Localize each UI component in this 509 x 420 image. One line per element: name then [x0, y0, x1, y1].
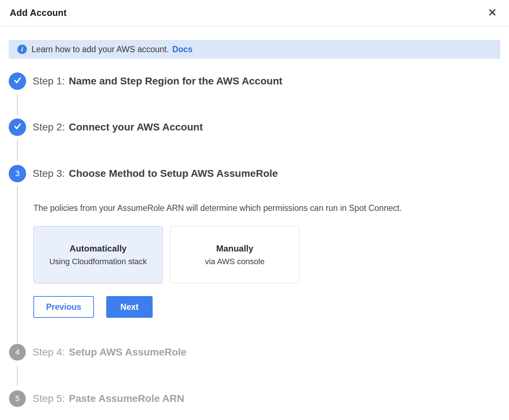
- step-4-number: 4: [15, 348, 20, 357]
- method-options: Automatically Using Cloudformation stack…: [33, 226, 500, 283]
- step-3-body: The policies from your AssumeRole ARN wi…: [9, 187, 500, 344]
- docs-link[interactable]: Docs: [172, 45, 193, 54]
- step-row-1: Step 1:Name and Step Region for the AWS …: [9, 72, 500, 90]
- previous-button[interactable]: Previous: [33, 296, 94, 318]
- step-5-circle: 5: [9, 390, 26, 407]
- check-icon: [13, 121, 22, 133]
- connector-4-5: [17, 365, 18, 386]
- next-button[interactable]: Next: [106, 296, 153, 318]
- close-icon: [487, 7, 498, 19]
- step-3-heading: Step 3:Choose Method to Setup AWS Assume…: [33, 168, 278, 179]
- option-automatically-subtitle: Using Cloudformation stack: [49, 257, 147, 266]
- option-manually-title: Manually: [216, 244, 253, 254]
- modal-header: Add Account: [0, 0, 509, 26]
- close-button[interactable]: [487, 7, 498, 19]
- info-icon: i: [17, 45, 27, 54]
- step-4-title: Setup AWS AssumeRole: [69, 346, 187, 358]
- step-1-heading: Step 1:Name and Step Region for the AWS …: [33, 75, 282, 87]
- step-2-label: Step 2:: [33, 121, 65, 133]
- step-5-title: Paste AssumeRole ARN: [69, 393, 184, 404]
- step-1-title: Name and Step Region for the AWS Account: [69, 75, 282, 87]
- step-3-description: The policies from your AssumeRole ARN wi…: [33, 203, 500, 213]
- connector-2-3: [17, 140, 18, 161]
- step-5-heading: Step 5:Paste AssumeRole ARN: [33, 393, 184, 404]
- option-automatically-title: Automatically: [70, 244, 127, 254]
- option-automatically[interactable]: Automatically Using Cloudformation stack: [33, 226, 163, 283]
- step-5-number: 5: [15, 394, 20, 403]
- step-3-title: Choose Method to Setup AWS AssumeRole: [69, 168, 278, 179]
- step-3-number: 3: [15, 169, 20, 178]
- step-4-heading: Step 4:Setup AWS AssumeRole: [33, 346, 186, 358]
- step-4-circle: 4: [9, 344, 26, 361]
- step-row-2: Step 2:Connect your AWS Account: [9, 118, 500, 136]
- page-title: Add Account: [10, 8, 67, 18]
- option-manually[interactable]: Manually via AWS console: [170, 226, 299, 283]
- option-manually-subtitle: via AWS console: [205, 257, 264, 266]
- connector-3-4: [17, 187, 18, 344]
- step-4-label: Step 4:: [33, 346, 65, 358]
- step-row-3: 3 Step 3:Choose Method to Setup AWS Assu…: [9, 165, 500, 182]
- step-1-circle: [9, 72, 26, 90]
- check-icon: [13, 75, 22, 87]
- step-1-label: Step 1:: [33, 75, 65, 87]
- step-3-label: Step 3:: [33, 168, 65, 179]
- step-2-title: Connect your AWS Account: [69, 121, 203, 133]
- connector-1-2: [17, 94, 18, 115]
- step-2-circle: [9, 118, 26, 136]
- info-banner: i Learn how to add your AWS account. Doc…: [9, 40, 500, 59]
- step-3-circle: 3: [9, 165, 26, 182]
- stepper: Step 1:Name and Step Region for the AWS …: [0, 72, 509, 407]
- step-2-heading: Step 2:Connect your AWS Account: [33, 121, 203, 133]
- step-row-4: 4 Step 4:Setup AWS AssumeRole: [9, 344, 500, 361]
- step-5-label: Step 5:: [33, 393, 65, 404]
- wizard-buttons: Previous Next: [33, 296, 500, 318]
- step-row-5: 5 Step 5:Paste AssumeRole ARN: [9, 390, 500, 407]
- banner-text: Learn how to add your AWS account.: [32, 45, 169, 54]
